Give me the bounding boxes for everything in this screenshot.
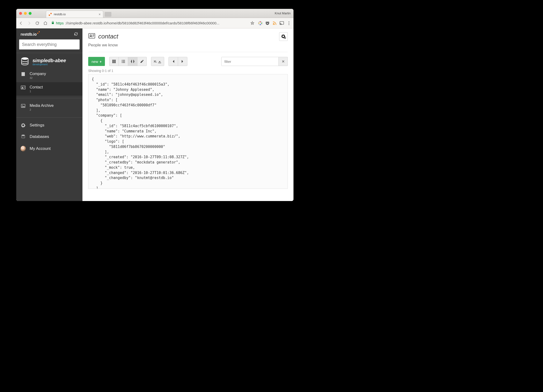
svg-point-7: [273, 24, 274, 25]
showing-count: Showing 0-1 of 1: [82, 69, 294, 74]
view-mode-group: [109, 57, 147, 66]
sidebar-item-count: 2: [30, 108, 54, 111]
sidebar-item-label: Contact: [30, 85, 43, 89]
svg-point-5: [260, 24, 261, 25]
view-list-button[interactable]: [119, 57, 128, 66]
svg-point-4: [261, 23, 262, 24]
window-controls: [19, 12, 32, 15]
view-edit-button[interactable]: [137, 57, 147, 66]
svg-rect-26: [123, 61, 125, 62]
databases-icon: [21, 134, 26, 139]
tab-close-icon[interactable]: ×: [99, 12, 101, 16]
json-content: { "_id": "5811c44bf463f46c000015a3", "na…: [92, 77, 284, 189]
database-header[interactable]: simpledb-abee development: [16, 53, 82, 69]
browser-tab[interactable]: restdb.io ×: [46, 11, 103, 18]
reload-button[interactable]: [35, 21, 40, 26]
sidebar-item-count: 1: [30, 90, 43, 93]
minimize-window-button[interactable]: [24, 12, 27, 15]
brand-dots-icon: [37, 31, 40, 35]
svg-rect-0: [49, 15, 50, 16]
favicon-icon: [49, 13, 52, 16]
brand-text: restdb.io: [21, 32, 37, 37]
maximize-window-button[interactable]: [29, 12, 32, 15]
tab-title: restdb.io: [54, 12, 97, 16]
page-title: contact: [98, 33, 118, 40]
address-bar: https ://simpledb-abee.restdb.io/home/db…: [16, 18, 294, 28]
brand-logo[interactable]: restdb.io: [21, 32, 41, 37]
database-icon: [21, 57, 29, 66]
home-button[interactable]: [43, 21, 48, 26]
export-excel-button[interactable]: XL: [151, 57, 164, 66]
view-json-button[interactable]: [128, 57, 137, 66]
filter-input[interactable]: [221, 57, 279, 66]
plus-icon: +: [100, 60, 102, 64]
sidebar-item-my-account[interactable]: My Account: [16, 142, 82, 155]
svg-rect-24: [123, 60, 125, 61]
search-input[interactable]: [19, 40, 79, 50]
filter-clear-button[interactable]: [279, 57, 288, 66]
sidebar-item-settings[interactable]: Settings: [16, 119, 82, 131]
svg-point-6: [259, 23, 260, 24]
titlebar: restdb.io × Knut Martin: [16, 9, 294, 18]
page-subtitle: People we know: [82, 43, 294, 52]
sidebar-item-databases[interactable]: Databases: [16, 131, 82, 142]
forward-button: [27, 21, 32, 26]
bookmark-star-icon[interactable]: [250, 21, 255, 26]
view-grid-button[interactable]: [109, 57, 119, 66]
svg-rect-20: [89, 34, 95, 38]
cast-icon[interactable]: [280, 21, 284, 25]
last-page-button[interactable]: [178, 57, 187, 66]
rss-icon[interactable]: [272, 21, 277, 25]
collection-settings-button[interactable]: [279, 32, 288, 41]
extension-icons: [258, 21, 291, 25]
sidebar-item-media-archive[interactable]: Media Archive 2: [16, 101, 82, 114]
new-button-label: new: [91, 60, 98, 64]
svg-rect-1: [51, 13, 52, 14]
color-wheel-icon[interactable]: [258, 21, 262, 25]
building-icon: [21, 72, 26, 76]
svg-point-19: [22, 135, 25, 136]
image-icon: [21, 103, 26, 108]
back-button[interactable]: [19, 21, 23, 26]
svg-point-9: [288, 21, 289, 22]
browser-menu-icon[interactable]: [287, 21, 291, 25]
avatar: [21, 146, 26, 152]
sidebar-item-company[interactable]: Company 32: [16, 69, 82, 82]
svg-rect-13: [39, 31, 40, 32]
svg-rect-12: [37, 33, 38, 34]
svg-point-21: [90, 35, 91, 36]
url-field[interactable]: https ://simpledb-abee.restdb.io/home/db…: [51, 21, 247, 25]
url-path: ://simpledb-abee.restdb.io/home/db/58108…: [65, 21, 220, 25]
sidebar: restdb.io simpledb-abee: [16, 28, 82, 201]
svg-point-3: [260, 22, 261, 23]
json-viewer[interactable]: { "_id": "5811c44bf463f46c000015a3", "na…: [88, 74, 288, 189]
sidebar-item-label: Databases: [30, 134, 49, 139]
sidebar-item-label: Media Archive: [30, 103, 54, 108]
sidebar-item-count: 32: [30, 76, 46, 79]
url-scheme: https: [56, 21, 64, 25]
first-page-button[interactable]: [169, 57, 178, 66]
svg-point-11: [288, 24, 289, 25]
new-tab-button[interactable]: [105, 12, 111, 17]
browser-window: restdb.io × Knut Martin https ://simpled…: [16, 9, 294, 201]
divider: [16, 98, 82, 98]
toolbar: new +: [82, 52, 294, 69]
app-viewport: restdb.io simpledb-abee: [16, 28, 294, 201]
database-name: simpledb-abee: [33, 58, 66, 63]
pagination-group: [169, 57, 187, 66]
sidebar-item-label: My Account: [30, 146, 51, 151]
export-group: XL: [151, 57, 164, 66]
svg-point-22: [284, 37, 286, 39]
id-card-icon: [21, 85, 26, 90]
browser-profile-name[interactable]: Knut Martin: [275, 11, 291, 15]
sidebar-item-label: Company: [30, 72, 46, 76]
new-button[interactable]: new +: [88, 57, 105, 66]
pocket-icon[interactable]: [265, 21, 270, 25]
svg-rect-23: [122, 60, 122, 61]
lock-icon: [51, 21, 55, 25]
sidebar-item-contact[interactable]: Contact 1: [16, 82, 82, 96]
refresh-icon[interactable]: [74, 32, 78, 37]
main-content: contact People we know new +: [82, 28, 294, 201]
svg-rect-27: [122, 62, 122, 63]
close-window-button[interactable]: [19, 12, 22, 15]
